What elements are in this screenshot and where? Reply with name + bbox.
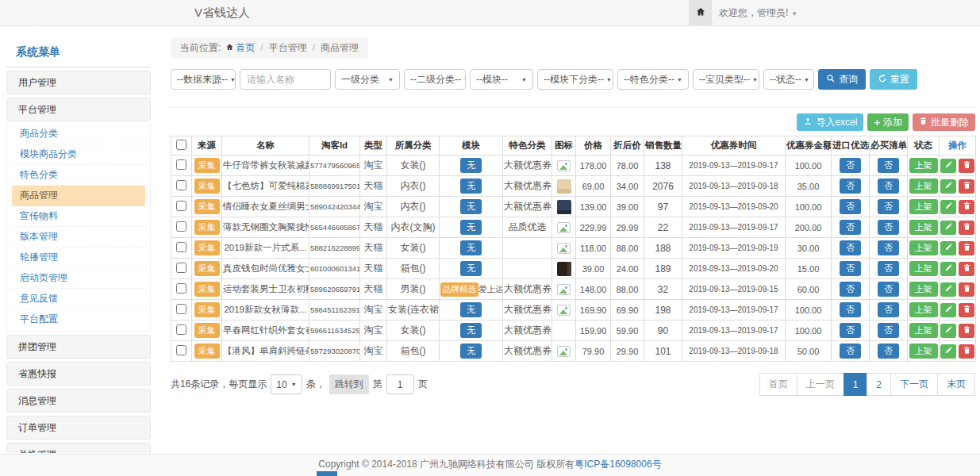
sidebar-item-platform-config[interactable]: 平台配置 [12,309,145,330]
row-checkbox[interactable] [176,283,186,294]
import-select-toggle[interactable]: 否 [840,178,861,194]
sidebar-item-groupon-manage[interactable]: 拼团管理 [6,335,151,359]
row-checkbox[interactable] [176,263,186,273]
icp-link[interactable]: 粤ICP备16098006号 [575,459,661,470]
delete-button[interactable] [959,303,974,317]
sidebar-item-goods-category[interactable]: 商品分类 [12,124,145,144]
sidebar-item-feature-category[interactable]: 特色分类 [12,165,145,186]
delete-button[interactable] [959,179,974,194]
page-number-input[interactable] [386,374,414,394]
sidebar-item-exchange-manage[interactable]: 兑换管理 [6,443,151,453]
import-excel-button[interactable]: 导入excel [797,113,863,131]
import-select-toggle[interactable]: 否 [840,323,861,338]
sidebar-item-feedback[interactable]: 意见反馈 [12,289,145,309]
sidebar-item-promo-materials[interactable]: 宣传物料 [12,206,145,227]
edit-button[interactable] [940,200,956,214]
edit-button[interactable] [940,262,956,276]
add-button[interactable]: + 添加 [867,113,909,131]
row-checkbox[interactable] [176,159,186,170]
module-none-badge[interactable]: 无 [460,199,482,214]
pager-first[interactable]: 首页 [759,373,797,396]
must-buy-toggle[interactable]: 否 [878,302,899,317]
must-buy-toggle[interactable]: 否 [878,344,899,359]
status-button[interactable]: 上架 [909,261,938,276]
edit-button[interactable] [940,179,956,194]
page-size-select[interactable]: 10▼ [271,374,302,394]
status-button[interactable]: 上架 [909,178,938,194]
must-buy-toggle[interactable]: 否 [878,220,899,235]
edit-button[interactable] [940,282,956,297]
sidebar-item-splash-manage[interactable]: 启动页管理 [12,268,145,289]
select-all-checkbox[interactable] [176,140,186,150]
filter-select-level2-category[interactable]: --二级分类--▼ [404,69,466,90]
module-none-badge[interactable]: 无 [460,240,482,255]
status-button[interactable]: 上架 [909,344,938,359]
import-select-toggle[interactable]: 否 [840,282,861,297]
status-button[interactable]: 上架 [909,282,938,297]
sidebar-item-shenghui-news[interactable]: 省惠快报 [6,362,151,386]
status-button[interactable]: 上架 [909,302,938,317]
must-buy-toggle[interactable]: 否 [878,178,899,194]
edit-button[interactable] [940,303,956,317]
module-none-badge[interactable]: 无 [460,158,482,173]
jump-button[interactable]: 跳转到 [329,374,369,394]
delete-button[interactable] [959,282,974,297]
filter-select-status[interactable]: --状态--▼ [763,69,814,90]
search-button[interactable]: 查询 [818,69,866,90]
must-buy-toggle[interactable]: 否 [878,158,899,173]
pager-page-1[interactable]: 1 [844,373,868,396]
pager-prev[interactable]: 上一页 [797,373,844,396]
status-button[interactable]: 上架 [909,199,938,214]
pager-page-2[interactable]: 2 [867,373,891,396]
pager-next[interactable]: 下一页 [890,373,938,396]
delete-button[interactable] [959,159,974,173]
pager-last[interactable]: 末页 [937,373,975,396]
row-checkbox[interactable] [176,242,186,252]
must-buy-toggle[interactable]: 否 [878,282,899,297]
row-checkbox[interactable] [176,304,186,314]
status-button[interactable]: 上架 [909,323,938,338]
module-none-badge[interactable]: 无 [460,344,482,359]
row-checkbox[interactable] [176,345,186,355]
sidebar-item-module-goods-category[interactable]: 模块商品分类 [12,144,145,165]
edit-button[interactable] [940,344,956,359]
row-checkbox[interactable] [176,324,186,335]
filter-select-module-sub-category[interactable]: --模块下分类--▼ [537,69,613,90]
import-select-toggle[interactable]: 否 [840,302,861,317]
row-checkbox[interactable] [176,221,186,232]
module-none-badge[interactable]: 无 [460,220,482,235]
row-checkbox[interactable] [176,180,186,190]
user-menu[interactable]: 欢迎您，管理员!▼ [719,0,797,27]
sidebar-item-version-manage[interactable]: 版本管理 [12,227,145,248]
edit-button[interactable] [940,221,956,235]
breadcrumb-home-link[interactable]: 首页 [236,42,255,53]
delete-button[interactable] [959,200,974,214]
import-select-toggle[interactable]: 否 [840,261,861,276]
filter-select-item-type[interactable]: --宝贝类型--▼ [693,69,759,90]
import-select-toggle[interactable]: 否 [840,199,861,214]
home-button[interactable] [689,0,712,25]
delete-button[interactable] [959,241,974,255]
import-select-toggle[interactable]: 否 [840,240,861,255]
import-select-toggle[interactable]: 否 [840,220,861,235]
must-buy-toggle[interactable]: 否 [878,199,899,214]
import-select-toggle[interactable]: 否 [840,344,861,359]
delete-button[interactable] [959,324,974,338]
module-none-badge[interactable]: 无 [460,302,482,317]
filter-select-feature-category[interactable]: --特色分类--▼ [617,69,689,90]
must-buy-toggle[interactable]: 否 [878,323,899,338]
sidebar-item-carousel-manage[interactable]: 轮播管理 [12,248,145,268]
delete-button[interactable] [959,262,974,276]
sidebar-item-order-manage[interactable]: 订单管理 [6,416,151,440]
batch-delete-button[interactable]: 批量删除 [913,113,975,131]
sidebar-item-user-manage[interactable]: 用户管理 [6,71,151,94]
status-button[interactable]: 上架 [909,220,938,235]
row-checkbox[interactable] [176,201,186,211]
sidebar-item-message-manage[interactable]: 消息管理 [6,389,151,413]
status-button[interactable]: 上架 [909,158,938,173]
must-buy-toggle[interactable]: 否 [878,240,899,255]
module-none-badge[interactable]: 无 [460,261,482,276]
name-search-input[interactable] [240,69,331,90]
status-button[interactable]: 上架 [909,240,938,255]
filter-select-module[interactable]: --模块--▼ [470,69,533,90]
